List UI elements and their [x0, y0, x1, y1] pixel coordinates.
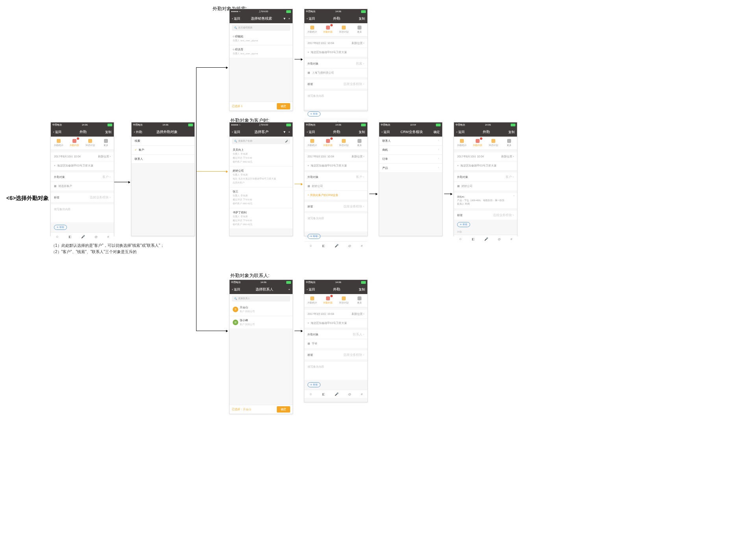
contact-item[interactable]: 张张小峰客户 好好公司 [230, 316, 293, 329]
phone-select-lead: ●●●●● ⏦上午9:00 ‹ 返回选择销售线索▼+ 🔍按关键词搜索 ○ 经晓轮… [229, 9, 293, 111]
crm-card: × 商机#1 产品：下位（200-400） 销售阶段：第一阶段 联系人 时间 [454, 193, 517, 208]
phone-select-contact: 中国电信14:06 ‹ 返回选择联系人+ 🔍搜索联系人 方方云山客户 好好公司张… [229, 279, 293, 414]
filter-icon[interactable]: ▼ [283, 17, 286, 20]
option-contact[interactable]: 联系人 [132, 155, 195, 164]
search-input[interactable]: 🔍搜索客户名称🎤 [232, 138, 290, 144]
back-button[interactable]: ‹ 外勤 [134, 130, 142, 134]
page-title: 选择外勤对象 [156, 130, 178, 135]
add-icon[interactable]: + [288, 288, 290, 291]
phone-waiqin-crm-filled: 中国电信14:06 ‹ 返回外勤复制 外勤统计 外勤列表 拜访计划 更多 201… [454, 122, 517, 236]
copy-button[interactable]: 复制 [359, 17, 365, 21]
heading-contact: 外勤对象为联系人: [230, 272, 269, 279]
filter-icon[interactable]: ▼ [283, 130, 286, 134]
remark-textarea[interactable]: 填写备注内容 [51, 204, 114, 222]
pin-icon: ⌖ [54, 164, 56, 167]
tab-stats[interactable]: 外勤统计 [51, 137, 67, 150]
refresh-loc[interactable]: 刷新位置 › [98, 155, 111, 159]
arrow [444, 194, 452, 194]
phone-crm-modules: 中国电信10:54 ‹ 返回CRM业务模块确定 联系人›商机›订单›产品› [379, 122, 443, 236]
arrow [369, 194, 377, 194]
add-icon[interactable]: + [288, 130, 290, 134]
page-title: 选择联系人 [256, 287, 273, 292]
target-row[interactable]: 外勤对象客户 › [54, 175, 111, 179]
arrow [196, 67, 228, 68]
arrow [295, 331, 302, 331]
camera-icon[interactable]: ◧ [69, 235, 72, 239]
arrow [196, 171, 228, 172]
lead-item[interactable]: ○ 经洪育负责人 test_user_pjqma [230, 45, 293, 58]
emoji-icon[interactable]: ☺ [56, 235, 59, 239]
check-icon: ✓ [135, 148, 137, 151]
phone-waiqin-lead-filled: 中国电信14:06 ‹ 返回外勤复制 外勤统计 外勤列表 拜访计划 更多 201… [304, 9, 368, 111]
phone-waiqin-initial: 中国电信14:06 ‹ 返回外勤复制 外勤统计 外勤列表 拜访计划 更多 201… [50, 122, 114, 236]
page-title: 选择客户 [254, 130, 269, 135]
crm-module-item[interactable]: 商机› [379, 146, 442, 155]
page-title: 外勤 [333, 16, 340, 21]
arrow [295, 59, 302, 59]
back-button[interactable]: ‹ 返回 [307, 17, 315, 21]
confirm-button[interactable]: 确定 [277, 103, 290, 109]
tab-more[interactable]: 更多 [98, 137, 114, 150]
back-button[interactable]: ‹ 返回 [53, 130, 61, 134]
phone-waiqin-contact-filled: 中国电信14:06 ‹ 返回外勤复制 外勤统计 外勤列表 拜访计划 更多 201… [304, 279, 368, 402]
phone-waiqin-customer-filled: 中国电信14:06 ‹ 返回外勤复制 外勤统计 外勤列表 拜访计划 更多 201… [304, 122, 368, 236]
lead-value: ▦上海飞信科技公司 [304, 68, 367, 77]
status-bar: 中国电信14:06 [51, 122, 114, 127]
search-input[interactable]: 🔍按关键词搜索 [232, 25, 290, 31]
search-input[interactable]: 🔍搜索联系人 [232, 296, 290, 302]
contact-item[interactable]: 方方云山客户 好好公司 [230, 303, 293, 316]
page-title: 选择销售线索 [251, 16, 272, 21]
copy-button[interactable]: 复制 [105, 130, 111, 134]
selected-label: 已选择：方云山 [232, 407, 251, 411]
add-crm-link[interactable]: + 关联此客户的CRM业务 [304, 191, 367, 200]
crm-module-item[interactable]: 联系人› [379, 137, 442, 146]
option-customer[interactable]: ✓客户 [132, 146, 195, 155]
confirm-button[interactable]: 确定 [277, 406, 290, 413]
confirm-button[interactable]: 确定 [434, 130, 440, 134]
step-label: <6>选择外勤对象 [6, 195, 49, 202]
phone-select-customer: ●●●●● ⏦上午9:00 ‹ 返回选择客户▼+ 🔍搜索客户名称🎤 天天向上负责… [229, 122, 293, 236]
vline [196, 67, 196, 331]
crm-module-item[interactable]: 产品› [379, 164, 442, 173]
mic-icon[interactable]: 🎤 [285, 140, 288, 142]
page-title: 外勤 [80, 130, 87, 135]
search-icon: 🔍 [234, 26, 237, 29]
selected-count: 已选择 1 [232, 104, 243, 108]
customer-item[interactable]: 张三负责人 李伟涛最近拜访 下午9:00签约客户 999.42元 [230, 187, 293, 208]
customer-item[interactable]: 卡萨丁得到负责人 李伟涛最近拜访 下午9:00签约客户 999.42元 [230, 208, 293, 229]
location-row: ⌖海淀区知春路甲63号卫星大厦 [51, 161, 114, 170]
customer-item[interactable]: 天天向上负责人 李伟涛最近拜访 下午9:00签约客户 999.42元 [230, 146, 293, 167]
tab-list[interactable]: 外勤列表 [67, 137, 82, 150]
back-button[interactable]: ‹ 返回 [232, 130, 240, 134]
close-icon[interactable]: × [513, 194, 515, 197]
date-row: 2017年8月10日 10:04刷新位置 › [51, 152, 114, 161]
remark-row[interactable]: 标签选择业务模块 › [54, 195, 111, 200]
arrow [114, 182, 130, 182]
mic-icon[interactable]: 🎤 [81, 235, 85, 239]
at-icon[interactable]: @ [94, 235, 98, 239]
back-button[interactable]: ‹ 返回 [232, 17, 240, 21]
add-icon[interactable]: + [288, 17, 290, 20]
toolbar: ☺◧🎤@# [51, 232, 114, 241]
crm-module-item[interactable]: 订单› [379, 155, 442, 164]
tab-plan[interactable]: 拜访计划 [82, 137, 98, 150]
phone-select-target-type: 中国电信14:06 ‹ 外勤选择外勤对象 线索 ✓客户 联系人 [131, 122, 195, 236]
tabs: 外勤统计 外勤列表 拜访计划 更多 [51, 137, 114, 150]
customer-item[interactable]: 好好公司负责人 李伟涛地址 北京市海淀区知春路甲63号卫星大厦高意向客户 [230, 167, 293, 187]
search-icon: 🔍 [234, 140, 237, 142]
nav-bar: ‹ 返回外勤复制 [51, 127, 114, 137]
select-customer-field[interactable]: ▦请选择客户 [51, 181, 114, 191]
option-lead[interactable]: 线索 [132, 137, 195, 146]
notes: （1）此处默认选择的是"客户"，可以切换选择"线索"或"联系人"；（2）"客户"… [51, 242, 164, 255]
tag-button[interactable]: ⊕ 标签 [54, 225, 67, 230]
arrow [295, 184, 302, 184]
lead-item[interactable]: ○ 经晓轮负责人 test_user_pjqma [230, 32, 293, 45]
arrow [196, 331, 228, 331]
page-title: CRM业务模块 [400, 130, 423, 135]
hash-icon[interactable]: # [107, 235, 109, 239]
